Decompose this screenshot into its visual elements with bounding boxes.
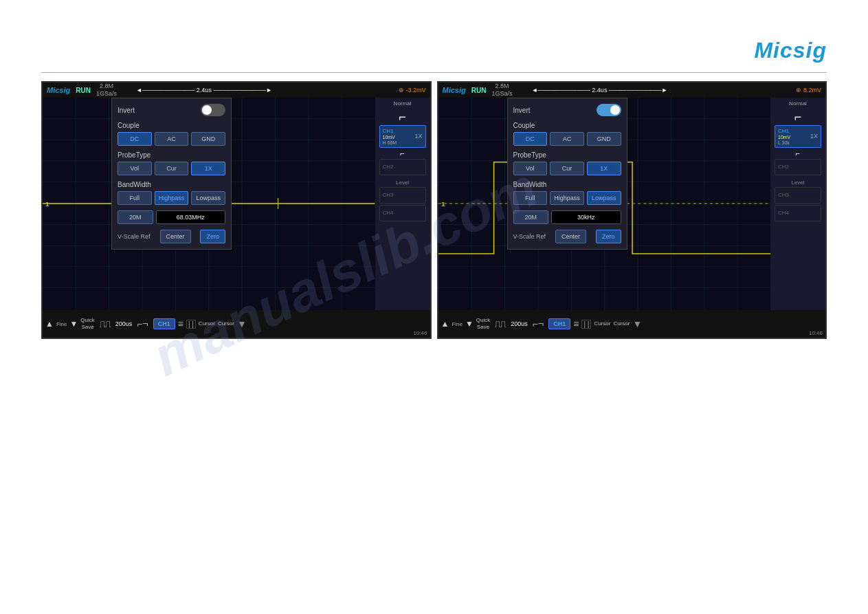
couple-ac-left[interactable]: AC <box>155 132 189 146</box>
couple-dc-left[interactable]: DC <box>118 132 152 146</box>
bw-highpass-left[interactable]: Highpass <box>155 191 189 205</box>
bw-group1-right: Full Highpass Lowpass <box>513 191 621 205</box>
ch1-detail-left: H 68M <box>383 140 397 145</box>
couple-ac-right[interactable]: AC <box>550 132 584 146</box>
probe-vol-left[interactable]: Vol <box>118 162 152 175</box>
ch4-label-right: CH4 <box>778 210 789 216</box>
quick-save-right[interactable]: QuickSave <box>476 317 490 331</box>
ch2-button-right[interactable]: CH2 <box>775 159 821 175</box>
trigger-fall-icon-right: ⌐ <box>796 150 800 157</box>
ch2-label-right: CH2 <box>778 164 789 170</box>
probe-group-right: Vol Cur 1X <box>513 162 621 175</box>
vscale-label-right: V-Scale Ref <box>513 233 546 240</box>
ch2-button-left[interactable]: CH2 <box>379 159 426 175</box>
bw-group2-left: 20M 68.03MHz <box>118 210 225 224</box>
invert-toggle-left[interactable] <box>201 104 225 116</box>
probe-label-right: ProbeType <box>513 151 621 159</box>
ch1-label-left: CH1 <box>383 128 397 135</box>
probe-vol-right[interactable]: Vol <box>513 162 548 175</box>
ch4-button-right[interactable]: CH4 <box>775 205 821 221</box>
ch3-label-right: CH3 <box>778 192 789 198</box>
bw-group1-left: Full Highpass Lowpass <box>118 191 225 205</box>
ch1-button-left[interactable]: CH1 10mV H 68M 1X <box>379 125 426 148</box>
brand-left: Micsig <box>47 86 70 94</box>
more-arrow-right[interactable]: ▼ <box>632 318 642 329</box>
level-label-left: Level <box>396 179 409 186</box>
bw-lowpass-left[interactable]: Lowpass <box>191 191 225 205</box>
couple-gnd-right[interactable]: GND <box>587 132 621 146</box>
bw-20m-left[interactable]: 20M <box>118 210 153 224</box>
couple-group-left: DC AC GND <box>118 132 225 146</box>
cursor2-right[interactable]: Cursor <box>613 320 630 327</box>
wave-icon-right: ⎍⎍ <box>493 318 508 329</box>
right-sidebar-right: Normal ⌐ CH1 10mV L 30k 1X ⌐ CH2 Level C… <box>770 98 825 310</box>
pulse-icon-left: ⌐¬ <box>135 318 150 329</box>
ch3-button-left[interactable]: CH3 <box>379 187 426 204</box>
vscale-row-left: V-Scale Ref Center Zero <box>118 230 225 243</box>
ch1-value-right: 10mV <box>778 135 790 140</box>
svg-text:1: 1 <box>441 200 445 208</box>
ch4-button-left[interactable]: CH4 <box>379 205 426 221</box>
run-status-right: RUN <box>471 87 487 94</box>
couple-dc-right[interactable]: DC <box>513 132 548 146</box>
bw-group2-right: 20M 30kHz <box>513 210 621 224</box>
down-arrow-left[interactable]: ▼ <box>69 319 78 329</box>
center-btn-right[interactable]: Center <box>555 230 586 243</box>
bw-label-right: BandWidth <box>513 181 621 188</box>
bottom-toolbar-left: ▲ Fine ▼ QuickSave ⎍⎍ 200us ⌐¬ CH1 ≡ | |… <box>43 310 430 338</box>
cursor2-left[interactable]: Cursor <box>218 320 234 327</box>
probe-1x-left[interactable]: 1X <box>191 162 225 175</box>
brand-right: Micsig <box>443 86 466 94</box>
bw-value-right: 30kHz <box>551 210 621 224</box>
trigger-right: ⊕ 8.2mV <box>796 87 821 94</box>
up-arrow-right[interactable]: ▲ <box>441 319 449 329</box>
zero-btn-left[interactable]: Zero <box>200 230 225 243</box>
more-arrow-left[interactable]: ▼ <box>237 318 247 329</box>
popup-panel-left: Invert Couple DC AC GND ProbeType Vol Cu… <box>111 98 232 250</box>
probe-label-left: ProbeType <box>118 151 225 159</box>
bw-lowpass-right[interactable]: Lowpass <box>587 191 621 205</box>
invert-label-left: Invert <box>118 107 135 114</box>
bw-full-left[interactable]: Full <box>118 191 152 205</box>
couple-label-left: Couple <box>118 122 225 129</box>
down-arrow-right[interactable]: ▼ <box>465 319 474 329</box>
top-divider <box>41 72 827 73</box>
bw-20m-right[interactable]: 20M <box>513 210 549 224</box>
menu-icon-left: ≡ <box>178 318 183 329</box>
quick-save-left[interactable]: QuickSave <box>80 317 94 331</box>
timestamp-left: 10:46 <box>413 330 427 336</box>
invert-label-right: Invert <box>513 107 531 114</box>
trigger-rise-icon-left: ⌐ <box>399 111 406 123</box>
ch1-detail-right: L 30k <box>778 140 790 145</box>
probe-cur-right[interactable]: Cur <box>550 162 584 175</box>
bottom-toolbar-right: ▲ Fine ▼ QuickSave ⎍⎍ 200us ⌐¬ CH1 ≡ | |… <box>438 310 826 338</box>
bw-highpass-right[interactable]: Highpass <box>550 191 584 205</box>
invert-toggle-right[interactable] <box>597 104 621 116</box>
ch1-button-right[interactable]: CH1 10mV L 30k 1X <box>775 125 821 148</box>
up-arrow-left[interactable]: ▲ <box>45 319 54 329</box>
couple-gnd-left[interactable]: GND <box>191 132 225 146</box>
probe-cur-left[interactable]: Cur <box>155 162 189 175</box>
timebase-left: ◄──────────── 2.4us ────────────► <box>136 87 272 94</box>
fine-left: Fine <box>56 321 67 327</box>
ch-badge-right[interactable]: CH1 <box>548 318 570 329</box>
vscale-label-left: V-Scale Ref <box>118 233 151 240</box>
svg-text:1: 1 <box>45 200 49 208</box>
ch1-value-left: 10mV <box>383 135 397 140</box>
vscale-row-right: V-Scale Ref Center Zero <box>513 230 621 243</box>
trigger-fall-icon-left: ⌐ <box>400 150 404 157</box>
normal-label-right: Normal <box>789 100 807 107</box>
ch2-label-left: CH2 <box>383 164 394 170</box>
ch3-button-right[interactable]: CH3 <box>775 187 821 204</box>
center-btn-left[interactable]: Center <box>160 230 191 243</box>
ch-badge-left[interactable]: CH1 <box>153 318 175 329</box>
pulse-icon-right: ⌐¬ <box>531 318 546 329</box>
probe-1x-right[interactable]: 1X <box>587 162 621 175</box>
cursor1-left[interactable]: Cursor <box>199 320 215 327</box>
bw-full-right[interactable]: Full <box>513 191 548 205</box>
popup-panel-right: Invert Couple DC AC GND ProbeType Vol Cu… <box>507 98 627 250</box>
zero-btn-right[interactable]: Zero <box>596 230 621 243</box>
normal-label-left: Normal <box>394 100 412 107</box>
cursor1-right[interactable]: Cursor <box>594 320 610 327</box>
menu-icon-right: ≡ <box>573 318 579 329</box>
